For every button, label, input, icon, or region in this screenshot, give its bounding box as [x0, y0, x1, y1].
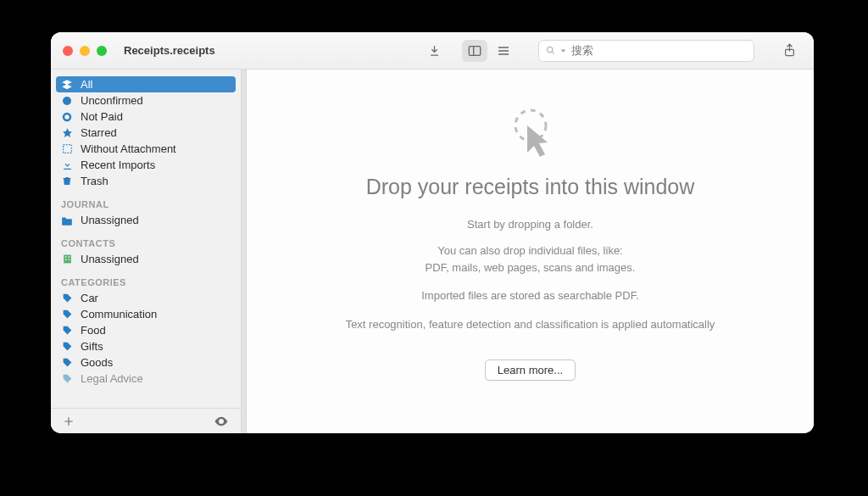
sidebar-header-contacts: CONTACTS — [51, 228, 241, 251]
sidebar-item-label: Not Paid — [81, 110, 123, 123]
tag-icon — [61, 357, 73, 368]
svg-rect-13 — [68, 256, 70, 258]
search-field[interactable] — [538, 40, 754, 62]
svg-point-5 — [547, 47, 553, 53]
sidebar-item-without-attachment[interactable]: Without Attachment — [51, 141, 241, 157]
search-icon — [546, 45, 555, 56]
svg-line-6 — [552, 52, 554, 54]
ring-icon — [61, 112, 73, 122]
window-title: Receipts.receipts — [124, 44, 215, 57]
sidebar-item-label: Communication — [81, 308, 157, 320]
dashed-rect-icon — [61, 143, 73, 154]
sidebar-header-categories: CATEGORIES — [51, 267, 241, 290]
sidebar-item-label: Food — [81, 324, 106, 337]
view-columns-button[interactable] — [462, 40, 487, 62]
sidebar-item-trash[interactable]: Trash — [51, 173, 241, 189]
sidebar-item-label: Without Attachment — [81, 142, 176, 155]
tag-icon — [61, 309, 73, 320]
traffic-lights — [63, 46, 107, 56]
svg-rect-0 — [469, 46, 480, 55]
download-icon — [61, 159, 73, 170]
sidebar-item-category-communication[interactable]: Communication — [51, 306, 241, 322]
sidebar-item-label: Car — [81, 292, 98, 304]
drop-heading: Drop your receipts into this window — [366, 175, 695, 199]
list-icon — [497, 45, 510, 57]
star-icon — [61, 127, 73, 138]
sidebar-item-category-food[interactable]: Food — [51, 322, 241, 338]
cursor-drop-icon — [507, 107, 554, 159]
sidebar-item-label: Starred — [81, 126, 117, 139]
sidebar: All Unconfirmed Not Paid — [51, 70, 242, 433]
scroll-fade — [51, 394, 241, 408]
learn-more-button[interactable]: Learn more... — [485, 359, 576, 381]
search-input[interactable] — [571, 44, 747, 57]
svg-rect-15 — [68, 259, 70, 261]
sidebar-item-category-car[interactable]: Car — [51, 290, 241, 306]
share-button[interactable] — [776, 40, 802, 62]
sidebar-item-journal-unassigned[interactable]: Unassigned — [51, 212, 241, 228]
view-list-button[interactable] — [491, 40, 516, 62]
folder-icon — [61, 215, 73, 226]
sidebar-footer — [51, 408, 241, 433]
view-mode-group — [462, 40, 516, 62]
tag-icon — [61, 325, 73, 336]
drop-para-3: Text recognition, feature detection and … — [346, 316, 715, 333]
tag-icon — [61, 341, 73, 352]
sidebar-item-category-gifts[interactable]: Gifts — [51, 338, 241, 354]
sidebar-item-recent-imports[interactable]: Recent Imports — [51, 157, 241, 173]
chevron-down-icon — [560, 47, 566, 54]
app-window: Receipts.receipts — [51, 32, 814, 433]
drop-lead: Start by dropping a folder. — [467, 218, 593, 231]
sidebar-item-starred[interactable]: Starred — [51, 125, 241, 141]
drop-para-2: Imported files are stored as searchable … — [421, 287, 639, 304]
sidebar-item-category-legal-advice[interactable]: Legal Advice — [51, 371, 241, 387]
sidebar-header-journal: JOURNAL — [51, 189, 241, 212]
sidebar-item-all[interactable]: All — [56, 76, 236, 92]
svg-rect-10 — [63, 145, 71, 153]
sidebar-item-label: Legal Advice — [81, 372, 143, 385]
download-icon — [428, 44, 441, 57]
tag-icon — [61, 373, 73, 384]
plus-icon — [63, 415, 75, 427]
minimize-window-button[interactable] — [80, 46, 90, 56]
window-body: All Unconfirmed Not Paid — [51, 70, 814, 433]
svg-point-8 — [63, 97, 71, 105]
sidebar-item-label: Unassigned — [81, 214, 139, 226]
sidebar-item-unconfirmed[interactable]: Unconfirmed — [51, 92, 241, 109]
svg-point-9 — [64, 114, 70, 120]
stack-icon — [61, 79, 73, 91]
sidebar-scroll[interactable]: All Unconfirmed Not Paid — [51, 70, 241, 408]
sidebar-item-not-paid[interactable]: Not Paid — [51, 109, 241, 125]
sidebar-item-label: Unconfirmed — [81, 94, 143, 107]
columns-icon — [468, 45, 481, 57]
drop-para-1: You can also drop individual files, like… — [426, 242, 636, 276]
titlebar: Receipts.receipts — [51, 32, 814, 70]
dot-icon — [61, 96, 73, 106]
svg-rect-11 — [64, 255, 71, 264]
svg-rect-14 — [64, 259, 66, 261]
zoom-window-button[interactable] — [97, 46, 107, 56]
sidebar-item-contacts-unassigned[interactable]: Unassigned — [51, 251, 241, 267]
sidebar-item-label: Unassigned — [81, 253, 139, 265]
trash-icon — [61, 176, 73, 187]
import-button[interactable] — [421, 40, 447, 62]
visibility-toggle[interactable] — [214, 415, 229, 427]
main-content: Drop your receipts into this window Star… — [247, 70, 814, 433]
sidebar-item-label: Gifts — [81, 340, 103, 353]
svg-rect-12 — [64, 256, 66, 258]
sidebar-item-label: Recent Imports — [81, 159, 155, 171]
share-icon — [783, 43, 796, 58]
sidebar-item-label: Trash — [81, 175, 108, 187]
sidebar-item-label: All — [81, 78, 92, 91]
close-window-button[interactable] — [63, 46, 73, 56]
drop-zone-illustration — [507, 107, 554, 159]
building-icon — [61, 254, 73, 265]
add-button[interactable] — [63, 415, 75, 427]
eye-icon — [214, 415, 229, 427]
sidebar-item-label: Goods — [81, 356, 113, 369]
tag-icon — [61, 293, 73, 304]
sidebar-item-category-goods[interactable]: Goods — [51, 354, 241, 371]
